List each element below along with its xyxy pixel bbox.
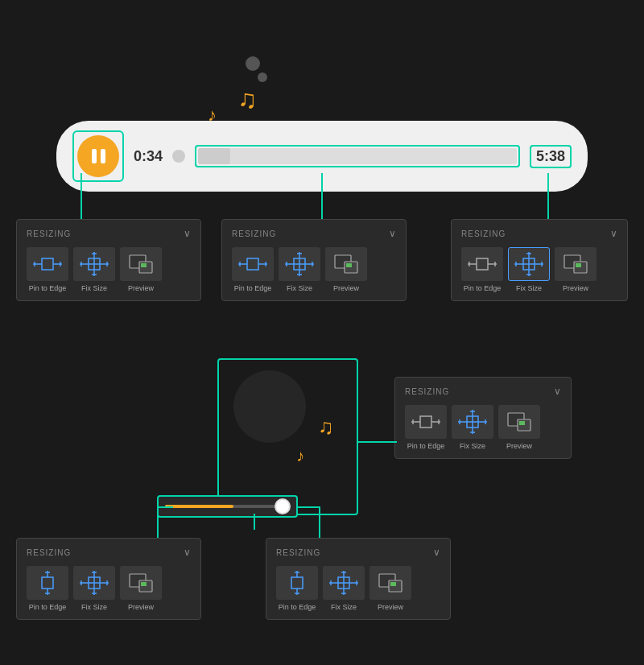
- bottom-circle-bg: [233, 370, 306, 443]
- panel-header-mid-right: RESIZING ∨: [405, 386, 561, 397]
- panel-header-bot-center: RESIZING ∨: [276, 547, 440, 558]
- pin-to-edge-label-top-center: Pin to Edge: [234, 284, 272, 292]
- svg-rect-60: [42, 577, 53, 589]
- svg-rect-75: [291, 577, 303, 589]
- fix-size-icon-mid-right: [452, 405, 493, 439]
- progress-bar-bg: [198, 148, 517, 164]
- fix-size-label-mid-right: Fix Size: [460, 442, 485, 450]
- resizing-panel-bot-left: RESIZING ∨ Pin to Edge: [16, 538, 201, 620]
- fix-size-icon-top-left: [73, 247, 115, 281]
- preview-top-right[interactable]: Preview: [555, 247, 597, 292]
- chevron-icon-mid-right[interactable]: ∨: [554, 386, 561, 397]
- fix-size-top-center[interactable]: Fix Size: [279, 247, 320, 292]
- bottom-scrubber[interactable]: [157, 495, 298, 518]
- preview-label-mid-right: Preview: [506, 442, 532, 450]
- preview-label-top-right: Preview: [563, 284, 588, 292]
- preview-bot-center[interactable]: Preview: [369, 566, 411, 611]
- decorative-circle-1: [246, 56, 260, 71]
- preview-icon-mid-right: [498, 405, 540, 439]
- chevron-icon-top-left[interactable]: ∨: [184, 228, 191, 239]
- preview-top-left[interactable]: Preview: [120, 247, 162, 292]
- fix-size-bot-center[interactable]: Fix Size: [323, 566, 365, 611]
- preview-mid-right[interactable]: Preview: [498, 405, 540, 450]
- chevron-icon-top-center[interactable]: ∨: [389, 228, 396, 239]
- svg-rect-14: [141, 263, 147, 267]
- connector-mid-right-h: [357, 441, 397, 443]
- progress-fill: [198, 148, 230, 164]
- pin-to-edge-label-bot-left: Pin to Edge: [29, 603, 67, 611]
- preview-icon-top-right: [555, 247, 597, 281]
- connector-left-v: [80, 173, 82, 221]
- chevron-icon-bot-center[interactable]: ∨: [433, 547, 440, 558]
- fix-size-mid-right[interactable]: Fix Size: [452, 405, 493, 450]
- fix-size-icon-bot-center: [323, 566, 365, 600]
- music-note-1: ♫: [237, 85, 257, 114]
- preview-label-top-left: Preview: [128, 284, 154, 292]
- pin-to-edge-label-bot-center: Pin to Edge: [279, 603, 316, 611]
- pin-to-edge-icon-top-right: [461, 247, 503, 281]
- fix-size-label-top-center: Fix Size: [287, 284, 312, 292]
- preview-top-center[interactable]: Preview: [325, 247, 367, 292]
- pin-to-edge-top-center[interactable]: Pin to Edge: [232, 247, 274, 292]
- scrubber-thumb: [275, 498, 291, 514]
- panel-title-top-right: RESIZING: [461, 229, 506, 238]
- fix-size-label-bot-center: Fix Size: [331, 603, 357, 611]
- resize-options-bot-left: Pin to Edge Fix Size: [27, 566, 191, 611]
- connector-bot-left-h: [157, 506, 173, 508]
- fix-size-icon-top-center: [279, 247, 320, 281]
- chevron-icon-top-right[interactable]: ∨: [610, 228, 617, 239]
- fix-size-label-bot-left: Fix Size: [81, 603, 107, 611]
- fix-size-label-top-left: Fix Size: [81, 284, 107, 292]
- scrubber-track: [165, 505, 290, 508]
- pin-to-edge-top-left[interactable]: Pin to Edge: [27, 247, 68, 292]
- preview-bot-left[interactable]: Preview: [120, 566, 162, 611]
- pin-to-edge-label-mid-right: Pin to Edge: [407, 442, 445, 450]
- panel-title-top-left: RESIZING: [27, 229, 71, 238]
- connector-box-scrubber: [254, 514, 255, 530]
- pause-icon: [92, 149, 105, 163]
- pause-bar-left: [92, 149, 97, 163]
- preview-icon-bot-center: [369, 566, 411, 600]
- svg-rect-59: [519, 421, 525, 425]
- preview-icon-top-center: [325, 247, 367, 281]
- connector-center-v: [321, 173, 323, 221]
- pin-to-edge-icon-bot-center: [276, 566, 318, 600]
- panel-title-bot-center: RESIZING: [276, 548, 320, 557]
- resize-options-top-left: Pin to Edge Fix Size: [27, 247, 191, 292]
- svg-rect-29: [346, 263, 352, 267]
- resizing-panel-top-right: RESIZING ∨ Pin to Edge: [451, 219, 628, 301]
- scrubber-fill: [165, 505, 233, 508]
- scrubber-dot: [172, 150, 185, 163]
- svg-rect-44: [576, 263, 581, 267]
- pin-to-edge-top-right[interactable]: Pin to Edge: [461, 247, 503, 292]
- fix-size-top-left[interactable]: Fix Size: [73, 247, 115, 292]
- end-time: 5:38: [536, 148, 565, 164]
- panel-title-bot-left: RESIZING: [27, 548, 71, 557]
- preview-label-bot-left: Preview: [128, 603, 154, 611]
- pause-button[interactable]: [77, 135, 119, 177]
- panel-header-top-center: RESIZING ∨: [232, 228, 396, 239]
- preview-label-top-center: Preview: [333, 284, 359, 292]
- fix-size-icon-top-right: [508, 247, 550, 281]
- pin-to-edge-icon-top-center: [232, 247, 274, 281]
- end-time-wrapper: 5:38: [530, 145, 572, 168]
- resizing-panel-top-left: RESIZING ∨ Pin to Edge: [16, 219, 201, 301]
- pin-to-edge-bot-left[interactable]: Pin to Edge: [27, 566, 68, 611]
- resize-options-top-center: Pin to Edge Fix Size: [232, 247, 396, 292]
- pin-to-edge-mid-right[interactable]: Pin to Edge: [405, 405, 447, 450]
- resizing-panel-top-center: RESIZING ∨ Pin to Edge: [221, 219, 407, 301]
- connector-bot-right-h: [296, 506, 320, 508]
- fix-size-bot-left[interactable]: Fix Size: [73, 566, 115, 611]
- pin-to-edge-bot-center[interactable]: Pin to Edge: [276, 566, 318, 611]
- preview-icon-top-left: [120, 247, 162, 281]
- fix-size-label-top-right: Fix Size: [516, 284, 542, 292]
- svg-rect-0: [42, 258, 53, 270]
- progress-bar-wrapper[interactable]: [195, 145, 520, 167]
- resize-options-top-right: Pin to Edge Fix Size: [461, 247, 617, 292]
- panel-title-top-center: RESIZING: [232, 229, 276, 238]
- resize-options-mid-right: Pin to Edge Fix Size: [405, 405, 561, 450]
- pause-bar-right: [101, 149, 105, 163]
- fix-size-top-right[interactable]: Fix Size: [508, 247, 550, 292]
- fix-size-icon-bot-left: [73, 566, 115, 600]
- chevron-icon-bot-left[interactable]: ∨: [184, 547, 191, 558]
